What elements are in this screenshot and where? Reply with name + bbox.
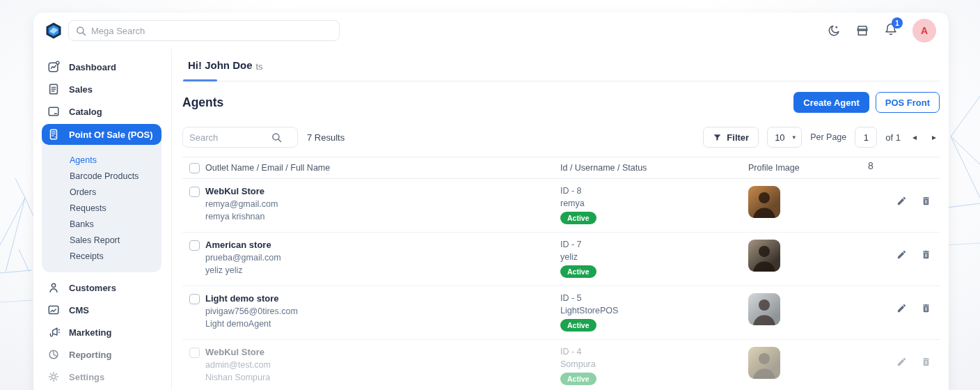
sidebar-label: Sales (69, 84, 93, 95)
per-page-value: 10 (775, 132, 784, 143)
agent-email: pivigaw756@0tires.com (205, 306, 560, 316)
search-icon (76, 26, 86, 36)
submenu-item-banks[interactable]: Banks (70, 216, 161, 232)
agent-email: remya@gmail.com (205, 199, 560, 209)
submenu-item-orders[interactable]: Orders (70, 184, 161, 200)
greeting-text: Hi! John Doe (188, 59, 253, 71)
status-badge: Active (560, 373, 596, 385)
table-row: Light demo store pivigaw756@0tires.com L… (182, 286, 940, 340)
funnel-icon (713, 133, 722, 142)
table-row: American store prueba@gmail.com yeliz ye… (182, 233, 940, 286)
global-search (68, 20, 340, 41)
delete-icon[interactable] (921, 357, 931, 367)
profile-image (748, 347, 780, 379)
sidebar-label: Point Of Sale (POS) (69, 130, 153, 140)
sidebar-label: Dashboard (69, 62, 116, 72)
agent-email: prueba@gmail.com (205, 253, 560, 263)
next-page-button[interactable]: ▸ (928, 132, 940, 142)
catalog-icon (47, 105, 60, 118)
user-avatar[interactable]: A (912, 19, 936, 42)
sidebar-item-settings[interactable]: Settings (42, 366, 161, 388)
main-content: 8 Hi! John Doe ts Agents Create Agent PO… (172, 49, 949, 390)
app-logo-icon[interactable] (45, 22, 63, 40)
sidebar-item-dashboard[interactable]: Dashboard (42, 56, 161, 78)
submenu-item-barcode-products[interactable]: Barcode Products (70, 168, 161, 184)
agent-id: ID - 5 (560, 293, 748, 303)
create-agent-button[interactable]: Create Agent (793, 92, 869, 113)
sidebar-item-sales[interactable]: Sales (42, 78, 161, 100)
submenu-item-agents[interactable]: Agents (70, 152, 161, 168)
delete-icon[interactable] (921, 303, 931, 313)
sidebar-item-reporting[interactable]: Reporting (42, 343, 161, 366)
status-badge: Active (560, 265, 596, 278)
row-checkbox[interactable] (189, 187, 200, 197)
agents-table: Outlet Name / Email / Full Name Id / Use… (182, 157, 940, 390)
sidebar-label: Settings (69, 372, 104, 382)
profile-image (748, 186, 780, 218)
topbar-actions: 1 A (827, 19, 938, 42)
search-icon[interactable] (271, 132, 282, 143)
customers-icon (47, 281, 60, 294)
global-search-input[interactable] (91, 26, 332, 36)
page-title: Agents (182, 95, 223, 110)
page-header: Agents Create Agent POS Front (182, 92, 940, 113)
sidebar-item-pos[interactable]: Point Of Sale (POS) (42, 124, 161, 145)
notifications[interactable]: 1 (884, 22, 898, 39)
sidebar-label: CMS (69, 305, 89, 315)
table-row: WebKul Store remya@gmail.com remya krish… (182, 179, 940, 233)
dark-mode-icon[interactable] (827, 24, 841, 38)
outlet-name: Light demo store (205, 293, 560, 304)
sidebar-label: Reporting (69, 350, 111, 360)
per-page-label: Per Page (810, 132, 846, 142)
prev-page-button[interactable]: ◂ (909, 132, 920, 142)
edit-icon[interactable] (896, 303, 907, 313)
agent-full-name: Nishan Sompura (205, 373, 560, 382)
sidebar-item-marketing[interactable]: Marketing (42, 321, 161, 343)
submenu-item-sales-report[interactable]: Sales Report (70, 232, 161, 248)
storefront-icon[interactable] (855, 24, 869, 38)
pos-submenu: Agents Barcode Products Orders Requests … (42, 145, 161, 272)
submenu-item-requests[interactable]: Requests (70, 200, 161, 216)
pos-front-button[interactable]: POS Front (876, 92, 940, 113)
gear-icon (47, 370, 60, 383)
select-all-checkbox[interactable] (189, 163, 200, 173)
header-profile: Profile Image (748, 163, 863, 173)
row-checkbox[interactable] (189, 348, 200, 358)
sidebar-label: Marketing (69, 327, 111, 338)
row-checkbox[interactable] (189, 240, 200, 251)
agent-id: ID - 8 (560, 186, 748, 196)
edit-icon[interactable] (896, 249, 907, 260)
outlet-name: American store (205, 240, 560, 250)
reporting-icon (47, 348, 60, 361)
sales-icon (47, 83, 60, 95)
sidebar-item-cms[interactable]: CMS (42, 299, 161, 321)
agent-id: ID - 7 (560, 240, 748, 249)
status-badge: Active (560, 319, 596, 332)
edit-icon[interactable] (896, 357, 907, 367)
edit-icon[interactable] (896, 196, 907, 206)
notification-badge: 1 (892, 17, 903, 29)
filter-button[interactable]: Filter (703, 127, 759, 148)
delete-icon[interactable] (921, 249, 931, 260)
header-id: Id / Username / Status (560, 163, 748, 173)
table-search-input[interactable] (189, 132, 271, 143)
sidebar-item-customers[interactable]: Customers (42, 276, 161, 299)
dashboard-icon (47, 61, 60, 73)
submenu-item-receipts[interactable]: Receipts (70, 248, 161, 264)
per-page-select[interactable]: 10 ▾ (767, 127, 802, 148)
tab-agents-fragment[interactable]: ts (256, 58, 263, 72)
page-number-input[interactable] (855, 127, 877, 148)
app-window: 1 A Dashboard Sales (33, 13, 949, 390)
sidebar: Dashboard Sales Catalog (33, 49, 172, 390)
sidebar-label: Catalog (69, 107, 102, 117)
agent-full-name: yeliz yeliz (205, 265, 560, 275)
row-checkbox[interactable] (189, 294, 200, 304)
agent-email: admin@test.com (205, 360, 560, 370)
filter-label: Filter (727, 132, 749, 143)
profile-image (748, 293, 780, 325)
agent-full-name: remya krishnan (205, 212, 560, 221)
page-total: of 1 (885, 132, 901, 143)
delete-icon[interactable] (921, 196, 931, 206)
status-badge: Active (560, 212, 596, 224)
sidebar-item-catalog[interactable]: Catalog (42, 100, 161, 123)
